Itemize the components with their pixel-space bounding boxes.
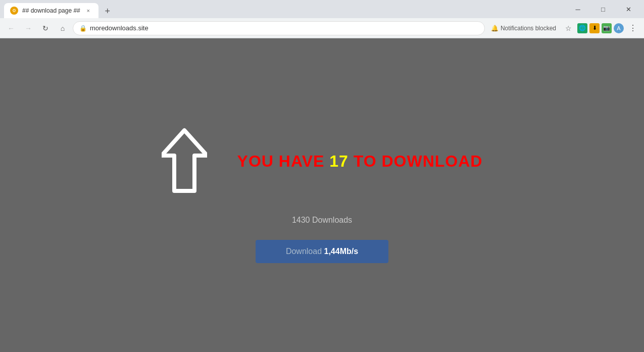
- forward-button[interactable]: →: [21, 21, 35, 35]
- home-button[interactable]: ⌂: [56, 21, 70, 35]
- address-bar: ← → ↻ ⌂ 🔒 moredownloads.site 🔔 Notificat…: [0, 18, 644, 38]
- maximize-button[interactable]: □: [591, 2, 615, 17]
- headline-text-part1: YOU HAVE: [237, 152, 330, 170]
- content-row: YOU HAVE 17 TO DOWNLOAD: [162, 128, 483, 195]
- notification-bell-icon: 🔔: [491, 25, 499, 32]
- new-tab-button[interactable]: +: [101, 4, 115, 18]
- refresh-button[interactable]: ↻: [38, 21, 53, 35]
- downloads-count: 1430 Downloads: [292, 216, 352, 225]
- minimize-button[interactable]: ─: [566, 2, 589, 17]
- extension-download-button[interactable]: ⬇: [589, 23, 600, 33]
- profile-button[interactable]: A: [614, 23, 624, 33]
- headline-text-part2: TO DOWNLOAD: [349, 152, 483, 170]
- notifications-label: Notifications blocked: [501, 25, 556, 32]
- lock-icon: 🔒: [79, 25, 87, 32]
- bookmark-star-button[interactable]: ☆: [561, 21, 575, 35]
- headline-container: YOU HAVE 17 TO DOWNLOAD: [237, 152, 483, 171]
- active-tab[interactable]: ⚙ ## download page ## ×: [4, 3, 98, 18]
- extension-screenshot-button[interactable]: 📷: [602, 23, 612, 33]
- main-content: YOU HAVE 17 TO DOWNLOAD 1430 Downloads D…: [162, 128, 483, 263]
- menu-button[interactable]: ⋮: [626, 21, 640, 35]
- svg-marker-0: [162, 130, 207, 191]
- url-text: moredownloads.site: [90, 24, 478, 32]
- page-content: YOU HAVE 17 TO DOWNLOAD 1430 Downloads D…: [0, 38, 644, 352]
- browser-window: ⚙ ## download page ## × + ─ □ ✕ ← → ↻ ⌂ …: [0, 0, 644, 352]
- tab-close-button[interactable]: ×: [84, 7, 92, 15]
- download-button-label-prefix: Download: [286, 247, 324, 256]
- address-field[interactable]: 🔒 moredownloads.site: [73, 21, 485, 35]
- close-button[interactable]: ✕: [617, 2, 640, 17]
- upload-arrow-icon: [162, 128, 207, 195]
- title-bar: ⚙ ## download page ## × + ─ □ ✕: [0, 0, 644, 18]
- browser-actions: 🔔 Notifications blocked ☆ 🌐 ⬇ 📷 A ⋮: [488, 21, 640, 35]
- download-speed: 1,44Mb/s: [324, 247, 359, 256]
- notifications-blocked: 🔔 Notifications blocked: [488, 25, 559, 32]
- tab-strip: ⚙ ## download page ## × +: [4, 0, 564, 18]
- download-button[interactable]: Download 1,44Mb/s: [256, 240, 388, 263]
- tab-title: ## download page ##: [22, 7, 80, 14]
- extension-vpn-button[interactable]: 🌐: [577, 23, 587, 33]
- back-button[interactable]: ←: [4, 21, 18, 35]
- headline-number: 17: [329, 152, 349, 170]
- window-controls: ─ □ ✕: [566, 2, 640, 17]
- tab-favicon: ⚙: [10, 7, 18, 15]
